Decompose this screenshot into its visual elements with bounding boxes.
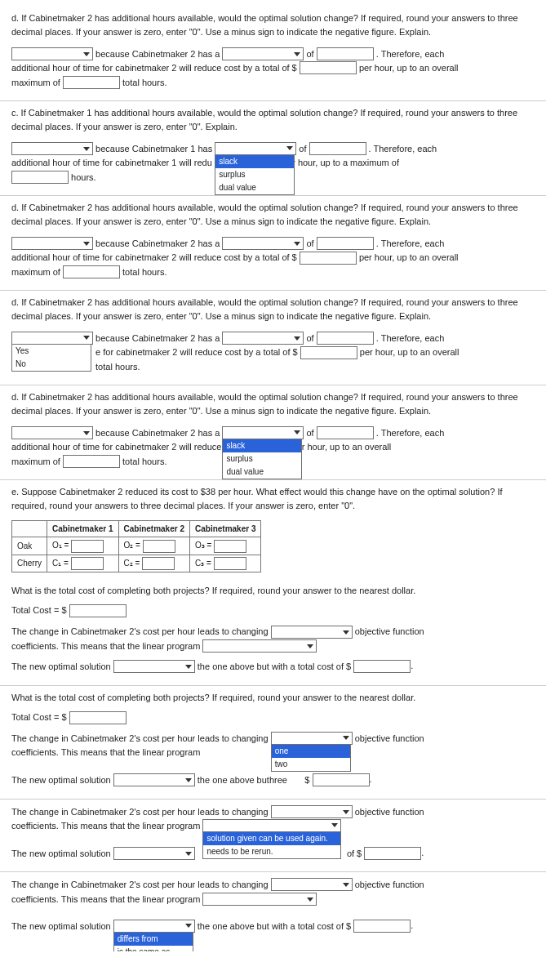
d4-select-slack[interactable]: slack surplus dual value: [222, 426, 304, 439]
cell-c3-label: C₃ =: [195, 559, 211, 568]
row-cherry-label: Cherry: [12, 555, 47, 572]
text: . Therefore, each: [376, 333, 445, 343]
text: $: [304, 775, 309, 785]
text: of: [306, 49, 313, 59]
text: additional hour of time for cabinetmaker…: [11, 63, 297, 73]
e-select-newsol[interactable]: [113, 660, 195, 673]
d2-input-cost[interactable]: [300, 252, 357, 265]
d4-slack-dropdown[interactable]: slack surplus dual value: [222, 439, 302, 479]
text: coefficients. This means that the linear…: [11, 821, 200, 831]
text: objective function: [355, 733, 424, 743]
text: maximum of: [11, 78, 60, 87]
b3-program-dropdown[interactable]: solution given can be used again. needs …: [202, 831, 341, 859]
text: per hour, up to an overall: [292, 442, 392, 452]
text: objective function: [355, 880, 424, 889]
b2-select-change[interactable]: one two: [271, 732, 353, 745]
d3-select-slack[interactable]: [222, 332, 304, 345]
b3-opt-reuse[interactable]: solution given can be used again.: [203, 832, 340, 845]
b4-select-program[interactable]: [202, 893, 317, 906]
c-opt-surplus[interactable]: surplus: [215, 168, 294, 181]
d1-input-cost[interactable]: [300, 61, 357, 74]
b3-select-newsol[interactable]: [113, 847, 195, 860]
d1-select-slack[interactable]: [222, 47, 304, 60]
c-opt-dualvalue[interactable]: dual value: [215, 181, 294, 194]
d3-opt-no[interactable]: No: [12, 358, 91, 371]
d4-opt-surplus[interactable]: surplus: [223, 452, 301, 466]
d4-opt-dualvalue[interactable]: dual value: [223, 466, 301, 479]
text: The change in Cabinetmaker 2's cost per …: [11, 733, 269, 743]
text: . Therefore, each: [376, 428, 445, 438]
b4-opt-differs[interactable]: differs from: [114, 933, 193, 946]
text: additional hour of time for cabinetmaker…: [11, 252, 297, 262]
b3-select-program[interactable]: solution given can be used again. needs …: [202, 819, 341, 832]
e-input-newcost[interactable]: [353, 660, 411, 673]
b2-opt-one[interactable]: one: [272, 745, 350, 758]
b3-opt-rerun[interactable]: needs to be rerun.: [203, 845, 340, 858]
d3-opt-yes[interactable]: Yes: [12, 345, 91, 358]
cell-o2-input[interactable]: [143, 540, 175, 553]
question-d4-prompt: d. If Cabinetmaker 2 has additional hour…: [11, 390, 535, 417]
d2-select-slack[interactable]: [222, 237, 304, 250]
b2-opt-two[interactable]: two: [272, 758, 350, 771]
cell-o3-input[interactable]: [214, 540, 246, 553]
d3-select-answer[interactable]: Yes No: [11, 332, 93, 345]
d3-input-value[interactable]: [317, 332, 374, 345]
th-blank: [12, 521, 47, 537]
b3-select-change[interactable]: [271, 805, 353, 818]
text: additional hour of time for cabinetmaker…: [11, 442, 221, 452]
text: . Therefore, each: [376, 49, 445, 59]
text: because Cabinetmaker 2 has a: [95, 333, 220, 343]
cell-o1-input[interactable]: [71, 540, 104, 553]
c-input-hours[interactable]: [11, 171, 69, 184]
cell-c1-input[interactable]: [71, 557, 104, 570]
question-e-prompt: e. Suppose Cabinetmaker 2 reduced its co…: [11, 485, 535, 512]
c-opt-slack[interactable]: slack: [215, 155, 294, 168]
d1-select-answer[interactable]: [11, 47, 93, 60]
b4-input-newcost[interactable]: [353, 920, 411, 933]
text: total hours.: [95, 362, 140, 372]
d3-input-cost[interactable]: [300, 346, 357, 359]
question-d2-prompt: d. If Cabinetmaker 2 has additional hour…: [11, 201, 535, 228]
e-totalcost-input[interactable]: [69, 604, 127, 617]
b2-totalcost-input[interactable]: [69, 711, 127, 724]
b2-change-dropdown[interactable]: one two: [271, 744, 351, 772]
d1-input-value[interactable]: [317, 47, 374, 60]
text: coefficients. This means that the linear…: [11, 641, 200, 651]
d2-select-answer[interactable]: [11, 237, 93, 250]
text: total hours.: [122, 457, 166, 466]
cell-c3-input[interactable]: [214, 557, 246, 570]
text: of: [299, 144, 306, 154]
d4-input-max[interactable]: [63, 455, 120, 468]
th-cm3: Cabinetmaker 3: [189, 521, 260, 537]
text: maximum of: [11, 267, 60, 277]
e-select-change[interactable]: [271, 626, 353, 639]
cell-c2-input[interactable]: [142, 557, 175, 570]
d4-input-value[interactable]: [317, 426, 374, 439]
d4-opt-slack[interactable]: slack: [223, 439, 301, 452]
question-c-prompt: c. If Cabinetmaker 1 has additional hour…: [11, 106, 535, 133]
d2-input-value[interactable]: [317, 237, 374, 250]
text: maximum of: [11, 457, 60, 466]
text: . Therefore, each: [376, 238, 445, 248]
b3-input-newcost[interactable]: [364, 847, 421, 860]
text: per hour, up to a maximum of: [282, 158, 399, 167]
b2-select-newsol[interactable]: [113, 773, 195, 786]
b4-opt-same[interactable]: is the same as: [114, 946, 193, 951]
c-select-slack[interactable]: slack surplus dual value: [215, 142, 296, 155]
e-select-program[interactable]: [202, 639, 317, 653]
d1-input-max[interactable]: [63, 76, 120, 89]
question-d1-prompt: d. If Cabinetmaker 2 has additional hour…: [11, 11, 535, 38]
b4-select-newsol[interactable]: differs from is the same as: [113, 920, 195, 933]
d4-select-answer[interactable]: [11, 426, 93, 439]
text: The new optimal solution: [11, 662, 111, 671]
c-input-value[interactable]: [309, 142, 366, 155]
c-select-answer[interactable]: [11, 142, 93, 155]
c-slack-dropdown[interactable]: slack surplus dual value: [215, 154, 295, 195]
d3-yesno-dropdown[interactable]: Yes No: [11, 344, 91, 372]
b4-newsol-dropdown[interactable]: differs from is the same as: [113, 932, 193, 951]
th-cm1: Cabinetmaker 1: [47, 521, 118, 537]
b4-select-change[interactable]: [271, 878, 353, 891]
cost-table: Cabinetmaker 1 Cabinetmaker 2 Cabinetmak…: [11, 520, 261, 572]
d2-input-max[interactable]: [63, 265, 120, 278]
b2-input-newcost[interactable]: [313, 773, 370, 786]
